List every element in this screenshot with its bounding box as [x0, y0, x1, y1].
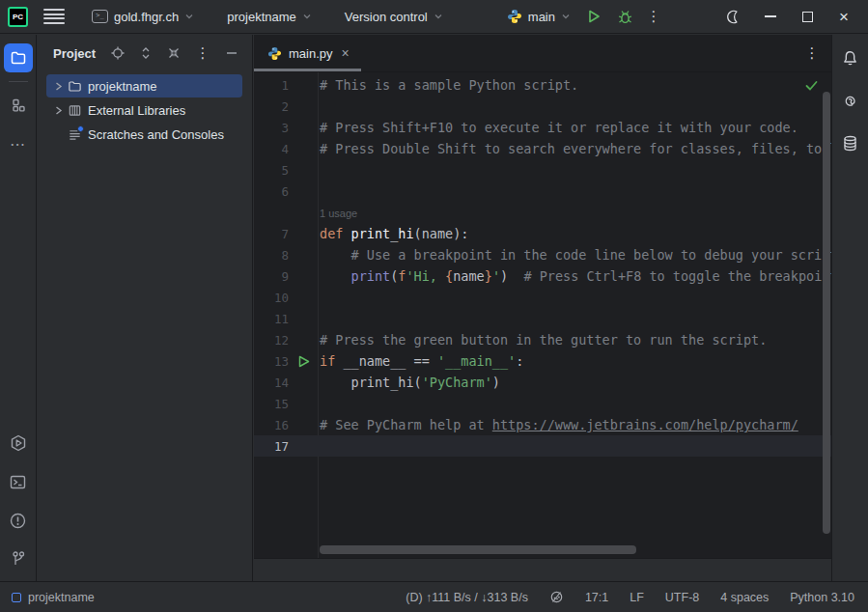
interpreter-widget[interactable]: Python 3.10 [790, 591, 854, 604]
collapse-all-button[interactable] [163, 42, 184, 64]
folder-icon [10, 49, 27, 67]
vcs-label: Version control [345, 10, 428, 24]
tool-structure-button[interactable] [4, 91, 33, 120]
project-selector[interactable]: projektname [221, 6, 318, 28]
editor-tab-bar: main.py × ⋮ [254, 35, 831, 72]
moon-icon[interactable] [719, 4, 748, 29]
inspections-widget[interactable] [804, 78, 819, 93]
maximize-icon [802, 12, 813, 22]
line-number: 5 [254, 163, 289, 178]
code-line[interactable]: 9 print(f'Hi, {name}') # Press Ctrl+F8 t… [254, 265, 831, 287]
encoding-widget[interactable]: UTF-8 [665, 591, 699, 604]
project-tool-window: Project [37, 35, 253, 581]
code-line[interactable]: 17 [254, 435, 831, 457]
ai-assistant-button[interactable] [836, 87, 865, 116]
tree-item-external-libraries[interactable]: External Libraries [46, 98, 242, 122]
indent-widget[interactable]: 4 spaces [720, 591, 769, 604]
chevron-down-icon [302, 12, 312, 21]
code-line[interactable]: 14 print_hi('PyCharm') [254, 372, 831, 393]
tree-item-scratches[interactable]: Scratches and Consoles [46, 123, 242, 146]
tool-terminal-button[interactable] [4, 467, 33, 496]
collapse-icon [167, 46, 181, 60]
run-line-icon [298, 355, 310, 368]
expand-all-button[interactable] [135, 42, 156, 64]
code-line[interactable]: 12# Press the green button in the gutter… [254, 329, 831, 350]
status-project-name: projektname [28, 591, 95, 604]
run-line-button[interactable] [294, 351, 314, 371]
tool-project-button[interactable] [4, 43, 33, 72]
editor-bottom-strip [254, 558, 831, 581]
code-area: 1# This is a sample Python script.23# Pr… [254, 74, 831, 457]
usages-inlay-hint[interactable]: 1 usage [320, 208, 357, 219]
more-tool-windows-button[interactable]: ⋯ [4, 129, 33, 158]
minimize-icon [765, 15, 776, 17]
code-line[interactable]: 8 # Use a breakpoint in the code line be… [254, 244, 831, 265]
terminal-icon [9, 473, 27, 491]
code-line[interactable]: 6 [254, 181, 831, 202]
close-button[interactable]: × [829, 4, 858, 29]
tab-close-icon[interactable]: × [340, 44, 351, 62]
line-number: 7 [254, 227, 289, 241]
line-ending-widget[interactable]: LF [630, 591, 644, 604]
network-speed-widget[interactable]: (D) ↑111 B/s / ↓313 B/s [406, 591, 528, 604]
vertical-scrollbar[interactable] [823, 92, 830, 534]
code-viewport[interactable]: 1# This is a sample Python script.23# Pr… [254, 72, 831, 558]
code-line[interactable]: 10 [254, 287, 831, 308]
run-icon [586, 9, 602, 24]
tool-vcs-button[interactable] [4, 544, 33, 573]
caret-position-widget[interactable]: 17:1 [585, 591, 608, 604]
line-number: 17 [254, 439, 289, 454]
hamburger-icon[interactable] [43, 9, 65, 24]
line-number: 8 [254, 248, 289, 263]
code-line[interactable]: 3# Press Shift+F10 to execute it or repl… [254, 117, 831, 138]
panel-options-button[interactable]: ⋮ [191, 42, 214, 65]
code-line[interactable]: 1 usage [254, 202, 831, 223]
chevron-right-icon[interactable] [50, 81, 66, 92]
tab-main-py[interactable]: main.py × [254, 35, 361, 71]
debug-button[interactable] [611, 4, 638, 29]
status-project-widget[interactable]: projektname [12, 591, 95, 604]
hide-panel-button[interactable] [221, 42, 242, 64]
run-config-selector[interactable]: main [501, 6, 576, 27]
code-line[interactable]: 16# See PyCharm help at https://www.jetb… [254, 414, 831, 435]
tree-item-label: projektname [88, 79, 157, 94]
maximize-button[interactable] [793, 4, 822, 29]
left-toolbar: ⋯ [0, 35, 37, 581]
tool-problems-button[interactable] [4, 506, 33, 535]
tree-item-projektname[interactable]: projektname [46, 74, 242, 97]
database-button[interactable] [836, 128, 865, 157]
notifications-button[interactable] [836, 43, 865, 72]
editor-options-button[interactable]: ⋮ [800, 42, 824, 65]
line-number: 13 [254, 354, 289, 369]
run-button[interactable] [580, 4, 607, 29]
status-bar: projektname (D) ↑111 B/s / ↓313 B/s 17:1… [0, 581, 868, 612]
line-number: 1 [254, 78, 289, 93]
minimize-button[interactable] [756, 4, 785, 29]
hide-icon [225, 46, 238, 60]
code-line[interactable]: 15 [254, 393, 831, 414]
run-toolbar: main ⋮ [501, 4, 665, 29]
horizontal-scrollbar[interactable] [320, 545, 636, 554]
more-actions-button[interactable]: ⋮ [642, 5, 665, 28]
terminal-badge-icon: >_ [92, 10, 108, 23]
code-line[interactable]: 13if __name__ == '__main__': [254, 350, 831, 372]
tree-item-label: Scratches and Consoles [88, 127, 224, 142]
debug-icon [617, 9, 633, 25]
chevron-right-icon[interactable] [50, 105, 66, 116]
line-number: 4 [254, 142, 289, 156]
database-icon [841, 134, 859, 153]
code-line[interactable]: 4# Press Double Shift to search everywhe… [254, 138, 831, 159]
services-icon [9, 433, 28, 453]
tool-services-button[interactable] [4, 429, 33, 458]
highlighting-level-button[interactable] [549, 590, 564, 604]
code-line[interactable]: 7def print_hi(name): [254, 223, 831, 244]
locate-file-button[interactable] [107, 42, 128, 64]
code-line[interactable]: 11 [254, 308, 831, 329]
ai-icon [841, 93, 859, 111]
host-selector[interactable]: >_ gold.fhgr.ch [86, 6, 200, 28]
code-line[interactable]: 1# This is a sample Python script. [254, 74, 831, 96]
check-icon [804, 78, 819, 93]
code-line[interactable]: 5 [254, 159, 831, 181]
code-line[interactable]: 2 [254, 96, 831, 117]
vcs-menu[interactable]: Version control [339, 6, 449, 28]
